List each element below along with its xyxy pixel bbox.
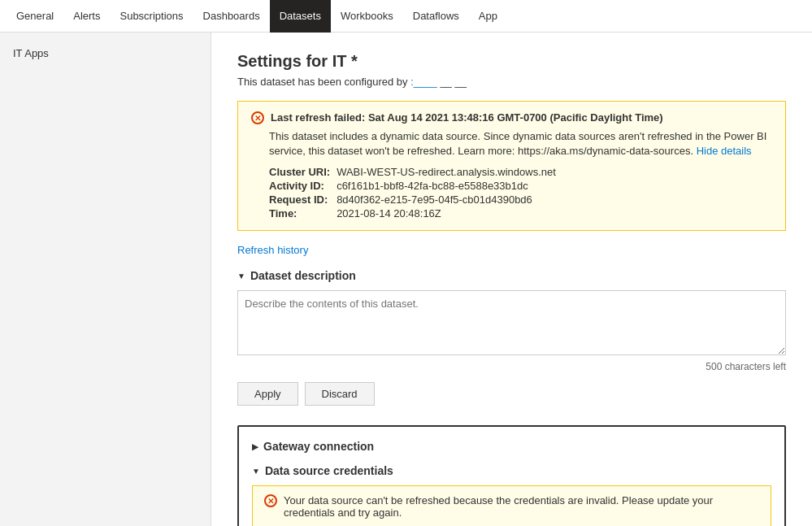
top-nav: General Alerts Subscriptions Dashboards … xyxy=(0,0,812,33)
dataset-description-title: Dataset description xyxy=(250,269,356,282)
cluster-uri-label: Cluster URI: xyxy=(269,165,337,179)
page-title: Settings for IT * xyxy=(237,52,786,71)
configured-by-link[interactable]: :____ xyxy=(410,76,437,88)
time-label: Time: xyxy=(269,206,337,220)
nav-item-dashboards[interactable]: Dashboards xyxy=(193,0,270,33)
description-textarea[interactable] xyxy=(237,290,786,355)
nav-item-workbooks[interactable]: Workbooks xyxy=(331,0,403,33)
configured-by-text: This dataset has been configured by :___… xyxy=(237,76,786,88)
warning-circle-x-icon: ✕ xyxy=(251,111,264,124)
sidebar: IT Apps xyxy=(0,33,211,526)
warning-details-table: Cluster URI: WABI-WEST-US-redirect.analy… xyxy=(269,165,562,220)
warning-body-text: This dataset includes a dynamic data sou… xyxy=(269,129,772,159)
data-source-credentials-section: ▼ Data source credentials ✕ Your data so… xyxy=(252,464,771,526)
nav-item-general[interactable]: General xyxy=(7,0,63,33)
activity-id-value: c6f161b1-bbf8-42fa-bc88-e5588e33b1dc xyxy=(337,179,562,193)
main-layout: IT Apps Settings for IT * This dataset h… xyxy=(0,33,812,526)
warning-header: ✕ Last refresh failed: Sat Aug 14 2021 1… xyxy=(251,111,772,124)
request-id-label: Request ID: xyxy=(269,193,337,206)
main-content: Settings for IT * This dataset has been … xyxy=(211,33,812,526)
apply-button[interactable]: Apply xyxy=(237,382,298,406)
warning-details: Cluster URI: WABI-WEST-US-redirect.analy… xyxy=(269,165,772,220)
nav-item-app[interactable]: App xyxy=(469,0,507,33)
warning-detail-row: Cluster URI: WABI-WEST-US-redirect.analy… xyxy=(269,165,562,179)
discard-button[interactable]: Discard xyxy=(305,382,375,406)
warning-detail-row: Time: 2021-08-14 20:48:16Z xyxy=(269,206,562,220)
request-id-value: 8d40f362-e215-7e95-04f5-cb01d4390bd6 xyxy=(337,193,562,206)
refresh-history-link[interactable]: Refresh history xyxy=(237,244,308,256)
cluster-uri-value: WABI-WEST-US-redirect.analysis.windows.n… xyxy=(337,165,562,179)
sidebar-item-it-apps[interactable]: IT Apps xyxy=(0,39,211,67)
configured-by-suffix: __ __ xyxy=(440,76,467,88)
chevron-down-icon: ▼ xyxy=(237,272,245,280)
data-source-credentials-header[interactable]: ▼ Data source credentials xyxy=(252,464,771,477)
credentials-warning-box: ✕ Your data source can't be refreshed be… xyxy=(252,485,771,526)
time-value: 2021-08-14 20:48:16Z xyxy=(337,206,562,220)
chevron-right-icon: ▶ xyxy=(252,442,258,451)
nav-item-alerts[interactable]: Alerts xyxy=(63,0,110,33)
dataset-description-header[interactable]: ▼ Dataset description xyxy=(237,269,786,282)
data-source-credentials-title: Data source credentials xyxy=(265,464,393,477)
dataset-description-section: ▼ Dataset description 500 characters lef… xyxy=(237,269,786,372)
gateway-connection-title: Gateway connection xyxy=(263,440,374,453)
warning-detail-row: Request ID: 8d40f362-e215-7e95-04f5-cb01… xyxy=(269,193,562,206)
nav-item-datasets[interactable]: Datasets xyxy=(270,0,331,33)
warning-header-text: Last refresh failed: Sat Aug 14 2021 13:… xyxy=(271,111,663,124)
credentials-warning-icon: ✕ xyxy=(264,494,277,507)
gateway-section: ▶ Gateway connection ▼ Data source crede… xyxy=(237,425,786,526)
credentials-warning-text: Your data source can't be refreshed beca… xyxy=(284,494,759,519)
hide-details-link[interactable]: Hide details xyxy=(697,145,752,157)
gateway-connection-header[interactable]: ▶ Gateway connection xyxy=(252,440,771,453)
nav-item-dataflows[interactable]: Dataflows xyxy=(403,0,469,33)
chevron-down-icon-2: ▼ xyxy=(252,467,260,476)
configured-by-prefix: This dataset has been configured by xyxy=(237,76,410,88)
char-count: 500 characters left xyxy=(237,361,786,372)
nav-item-subscriptions[interactable]: Subscriptions xyxy=(110,0,193,33)
refresh-warning-box: ✕ Last refresh failed: Sat Aug 14 2021 1… xyxy=(237,101,786,231)
button-row: Apply Discard xyxy=(237,382,786,406)
warning-detail-row: Activity ID: c6f161b1-bbf8-42fa-bc88-e55… xyxy=(269,179,562,193)
activity-id-label: Activity ID: xyxy=(269,179,337,193)
